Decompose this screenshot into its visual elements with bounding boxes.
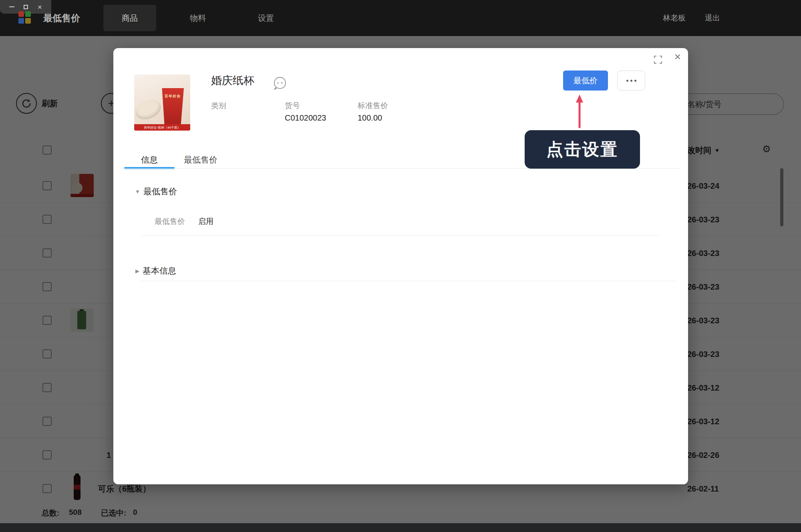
field-label-item-number: 货号 — [285, 101, 300, 111]
field-value-item-number: C01020023 — [285, 113, 326, 123]
min-price-field-value: 启用 — [198, 216, 213, 227]
annotation-arrow-icon — [570, 93, 589, 130]
product-detail-dialog: × 百年好合 百年好合·纸杯（40个装） 婚庆纸杯 类别 货号 标准售价 C01… — [113, 48, 688, 484]
section-basic-info-header[interactable]: ▶ 基本信息 — [135, 264, 176, 277]
ellipsis-icon — [626, 80, 628, 82]
nav-tab-materials-label: 物料 — [190, 13, 206, 24]
field-label-category: 类别 — [211, 101, 226, 111]
close-dialog-icon[interactable]: × — [674, 51, 681, 62]
user-name-label: 林老板 — [663, 13, 686, 23]
close-window-icon[interactable]: × — [38, 3, 42, 11]
annotation-tooltip: 点击设置 — [525, 130, 640, 169]
nav-tab-products[interactable]: 商品 — [103, 5, 156, 31]
nav-tab-materials[interactable]: 物料 — [171, 5, 224, 31]
product-image-caption: 百年好合·纸杯（40个装） — [134, 124, 190, 131]
app-title: 最低售价 — [43, 0, 80, 36]
field-label-standard-price: 标准售价 — [358, 101, 388, 111]
user-name[interactable]: 林老板 — [663, 0, 686, 36]
section-basic-info-title: 基本信息 — [143, 265, 176, 276]
nav-tab-products-label: 商品 — [122, 13, 138, 24]
logout-label: 退出 — [705, 13, 720, 23]
chevron-right-icon: ▶ — [135, 268, 139, 274]
section-divider — [141, 235, 660, 236]
min-price-field-label: 最低售价 — [155, 216, 185, 227]
section-min-price-header[interactable]: ▼ 最低售价 — [135, 185, 177, 198]
tab-info-label: 信息 — [141, 154, 158, 165]
field-value-standard-price: 100.00 — [358, 113, 382, 123]
tab-info[interactable]: 信息 — [124, 151, 175, 168]
title-bar: 最低售价 商品 物料 设置 林老板 退出 × — [0, 0, 801, 36]
chevron-down-icon: ▼ — [135, 189, 140, 195]
product-image: 百年好合 百年好合·纸杯（40个装） — [134, 75, 190, 131]
nav-tab-settings[interactable]: 设置 — [239, 5, 292, 31]
tab-min-price-label: 最低售价 — [184, 154, 217, 165]
nav-tab-settings-label: 设置 — [258, 13, 274, 24]
product-title: 婚庆纸杯 — [211, 73, 254, 88]
fullscreen-icon[interactable] — [654, 55, 662, 64]
more-actions-button[interactable] — [617, 71, 645, 91]
section-min-price-title: 最低售价 — [143, 186, 177, 197]
tab-min-price[interactable]: 最低售价 — [177, 151, 224, 168]
min-price-button[interactable]: 最低价 — [563, 71, 608, 91]
comment-bubble-icon[interactable] — [272, 75, 289, 93]
annotation-tooltip-text: 点击设置 — [546, 138, 618, 161]
maximize-icon[interactable] — [24, 5, 28, 9]
minimize-icon[interactable] — [9, 6, 14, 7]
product-image-cup-text: 百年好合 — [162, 94, 183, 99]
logout-button[interactable]: 退出 — [705, 0, 720, 36]
app-logo-icon — [18, 11, 31, 24]
section-divider — [139, 281, 677, 281]
min-price-button-label: 最低价 — [574, 75, 598, 86]
app-window: 最低售价 商品 物料 设置 林老板 退出 × 刷新 — [0, 0, 801, 532]
